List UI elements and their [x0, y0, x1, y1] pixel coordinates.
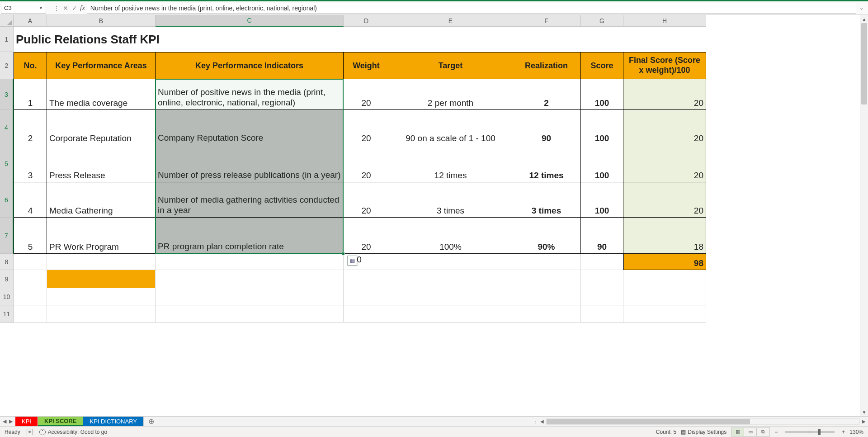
colhdr-H[interactable]: H [623, 15, 706, 27]
rowhdr-2[interactable]: 2 [0, 52, 14, 79]
cell-real-5[interactable]: 12 times [512, 145, 581, 182]
cell-E10[interactable] [389, 288, 512, 305]
cell-A9[interactable] [14, 270, 47, 288]
hdr-score[interactable]: Score [581, 52, 623, 79]
cell-final-3[interactable]: 20 [623, 79, 706, 110]
cell-target-3[interactable]: 2 per month [389, 79, 512, 110]
cell-area-7[interactable]: PR Work Program [47, 218, 156, 254]
cell-C11[interactable] [156, 305, 344, 323]
cell-kpi-5[interactable]: Number of press release publications (in… [156, 145, 344, 182]
tab-nav[interactable]: ◀ ▶ [0, 417, 15, 426]
cell-score-4[interactable]: 100 [581, 110, 623, 145]
cell-final-6[interactable]: 20 [623, 182, 706, 218]
cell-G8[interactable] [581, 254, 623, 270]
horizontal-scrollbar[interactable]: ◀ ▶ [538, 417, 868, 426]
colhdr-B[interactable]: B [47, 15, 156, 27]
cell-kpi-3[interactable]: Number of positive news in the media (pr… [156, 79, 344, 110]
cell-real-4[interactable]: 90 [512, 110, 581, 145]
selection-handle[interactable] [342, 252, 345, 255]
cell-B11[interactable] [47, 305, 156, 323]
select-all-corner[interactable] [0, 15, 14, 27]
cell-E8[interactable] [389, 254, 512, 270]
scroll-right-icon[interactable]: ▶ [860, 417, 868, 426]
hdr-areas[interactable]: Key Performance Areas [47, 52, 156, 79]
cell-weight-6[interactable]: 20 [344, 182, 389, 218]
cell-target-6[interactable]: 3 times [389, 182, 512, 218]
cell-target-5[interactable]: 12 times [389, 145, 512, 182]
cell-final-sum[interactable]: 98 [623, 254, 706, 270]
cell-F10[interactable] [512, 288, 581, 305]
cell-no-5[interactable]: 3 [14, 145, 47, 182]
scroll-down-icon[interactable]: ▼ [860, 408, 868, 416]
fx-icon[interactable]: fx [80, 4, 85, 12]
cell-G11[interactable] [581, 305, 623, 323]
rowhdr-8[interactable]: 8 [0, 254, 14, 270]
colhdr-C[interactable]: C [156, 15, 344, 27]
cell-D11[interactable] [344, 305, 389, 323]
vscroll-track[interactable] [860, 23, 868, 408]
hscroll-thumb[interactable] [547, 419, 750, 424]
zoom-in-icon[interactable]: + [842, 429, 845, 435]
cell-E11[interactable] [389, 305, 512, 323]
tab-prev-icon[interactable]: ◀ [3, 418, 6, 424]
cell-B8[interactable] [47, 254, 156, 270]
cell-C10[interactable] [156, 288, 344, 305]
cell-F9[interactable] [512, 270, 581, 288]
cell-B9[interactable] [47, 270, 156, 288]
cell-area-6[interactable]: Media Gathering [47, 182, 156, 218]
rowhdr-9[interactable]: 9 [0, 270, 14, 288]
macro-record-icon[interactable] [27, 429, 33, 435]
scroll-left-icon[interactable]: ◀ [538, 417, 546, 426]
cell-E9[interactable] [389, 270, 512, 288]
cell-final-4[interactable]: 20 [623, 110, 706, 145]
cell-C8[interactable] [156, 254, 344, 270]
cell-G10[interactable] [581, 288, 623, 305]
cell-B10[interactable] [47, 288, 156, 305]
hdr-realization[interactable]: Realization [512, 52, 581, 79]
cell-real-6[interactable]: 3 times [512, 182, 581, 218]
cell-final-7[interactable]: 18 [623, 218, 706, 254]
tab-kpi-dictionary[interactable]: KPI DICTIONARY [83, 417, 144, 426]
hdr-kpi[interactable]: Key Performance Indicators [156, 52, 344, 79]
colhdr-F[interactable]: F [512, 15, 581, 27]
cell-score-3[interactable]: 100 [581, 79, 623, 110]
view-page-layout-icon[interactable]: ▭ [744, 428, 757, 436]
rowhdr-7[interactable]: 7 [0, 218, 14, 254]
hdr-final[interactable]: Final Score (Score x weight)/100 [623, 52, 706, 79]
cell-kpi-4[interactable]: Company Reputation Score [156, 110, 344, 145]
cell-score-7[interactable]: 90 [581, 218, 623, 254]
hdr-weight[interactable]: Weight [344, 52, 389, 79]
quick-analysis-icon[interactable]: ▦ [347, 256, 357, 266]
cell-target-7[interactable]: 100% [389, 218, 512, 254]
cell-A8[interactable] [14, 254, 47, 270]
hdr-target[interactable]: Target [389, 52, 512, 79]
rowhdr-11[interactable]: 11 [0, 305, 14, 323]
rowhdr-1[interactable]: 1 [0, 27, 14, 52]
cell-weight-5[interactable]: 20 [344, 145, 389, 182]
cell-no-3[interactable]: 1 [14, 79, 47, 110]
cell-F11[interactable] [512, 305, 581, 323]
zoom-level[interactable]: 130% [849, 429, 863, 435]
rowhdr-6[interactable]: 6 [0, 182, 14, 218]
cell-no-4[interactable]: 2 [14, 110, 47, 145]
vertical-scrollbar[interactable]: ▲ ▼ [860, 15, 868, 416]
tab-next-icon[interactable]: ▶ [9, 418, 13, 424]
vscroll-thumb[interactable] [861, 23, 867, 104]
cell-F8[interactable] [512, 254, 581, 270]
zoom-knob[interactable] [818, 429, 821, 435]
colhdr-E[interactable]: E [389, 15, 512, 27]
cell-real-7[interactable]: 90% [512, 218, 581, 254]
cell-kpi-6[interactable]: Number of media gathering activities con… [156, 182, 344, 218]
cell-area-5[interactable]: Press Release [47, 145, 156, 182]
cell-H9[interactable] [623, 270, 706, 288]
hdr-no[interactable]: No. [14, 52, 47, 79]
formula-input[interactable]: Number of positive news in the media (pr… [87, 3, 856, 14]
rowhdr-3[interactable]: 3 [0, 79, 14, 110]
view-page-break-icon[interactable]: ⧉ [757, 428, 769, 436]
cell-H10[interactable] [623, 288, 706, 305]
zoom-slider[interactable] [785, 431, 835, 433]
name-box[interactable]: C3 ▼ [1, 3, 46, 14]
cell-area-4[interactable]: Corporate Reputation [47, 110, 156, 145]
tabs-splitter[interactable]: ⋮ [533, 417, 538, 426]
dots-icon[interactable]: ⋮ [52, 5, 61, 12]
